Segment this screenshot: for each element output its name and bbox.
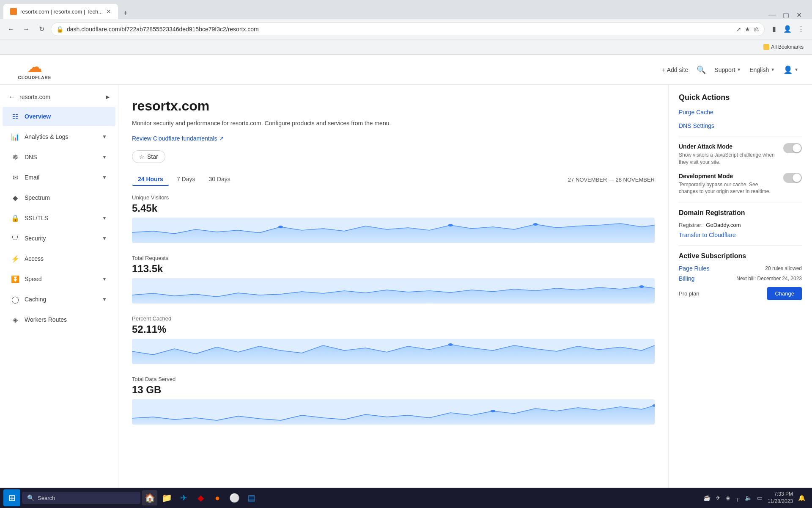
sidebar-item-dns[interactable]: ☸ DNS ▼: [3, 147, 115, 167]
user-profile-button[interactable]: 👤: [782, 23, 793, 35]
cloudflare-logo-text: CLOUDFLARE: [18, 75, 52, 80]
taskbar-date-display: 11/28/2023: [768, 498, 793, 505]
workers-icon: ◈: [11, 315, 19, 324]
page-rules-link[interactable]: Page Rules: [679, 265, 709, 272]
sidebar-item-ssl-tls[interactable]: 🔒 SSL/TLS ▼: [3, 208, 115, 228]
close-window-button[interactable]: ✕: [796, 11, 802, 19]
pro-plan-row: Pro plan Change: [679, 287, 802, 300]
support-chevron-icon: ▼: [737, 67, 741, 72]
time-tab-7days[interactable]: 7 Days: [171, 173, 201, 186]
time-tab-7days-label: 7 Days: [177, 176, 195, 182]
pro-plan-label: Pro plan: [679, 290, 699, 297]
url-text: dash.cloudflare.com/bf722ab72855523346de…: [67, 26, 733, 33]
minimize-button[interactable]: —: [768, 10, 776, 19]
sidebar-item-access[interactable]: ⚡ Access: [3, 249, 115, 268]
under-attack-toggle[interactable]: [783, 143, 802, 153]
taskbar-search[interactable]: 🔍 Search: [22, 492, 140, 504]
external-link-icon: ↗: [219, 135, 224, 142]
sidebar-item-security-label: Security: [25, 235, 97, 242]
total-requests-value: 113.5k: [132, 263, 655, 275]
time-tab-30days[interactable]: 30 Days: [203, 173, 236, 186]
billing-link[interactable]: Billing: [679, 275, 694, 282]
sidebar-item-email[interactable]: ✉ Email ▼: [3, 168, 115, 187]
cloudflare-cloud-icon: ☁: [27, 59, 42, 75]
sidebar-item-caching[interactable]: ◯ Caching ▼: [3, 290, 115, 309]
dev-mode-toggle[interactable]: [783, 173, 802, 183]
tab-favicon: [10, 8, 17, 15]
change-plan-button[interactable]: Change: [767, 287, 802, 300]
review-link[interactable]: Review Cloudflare fundamentals ↗: [132, 135, 224, 142]
start-button[interactable]: ⊞: [3, 489, 20, 506]
sidebar-toggle-button[interactable]: ▮: [768, 23, 780, 35]
unique-visitors-label: Unique Visitors: [132, 194, 655, 201]
dev-mode-title: Development Mode: [679, 173, 776, 179]
taskbar-app-chrome[interactable]: ⚪: [227, 490, 242, 505]
reload-button[interactable]: ↻: [36, 23, 47, 35]
sidebar-item-speed[interactable]: ⏬ Speed ▼: [3, 269, 115, 289]
sidebar-item-spectrum-label: Spectrum: [25, 194, 107, 201]
back-button[interactable]: ←: [5, 23, 17, 35]
purge-cache-link[interactable]: Purge Cache: [679, 109, 802, 116]
lock-icon: 🔒: [11, 214, 19, 222]
percent-cached-chart: [132, 339, 655, 364]
tab-close-button[interactable]: ✕: [106, 8, 111, 15]
total-requests-stat: Total Requests 113.5k: [132, 255, 655, 304]
taskbar-app-telegram[interactable]: ✈: [176, 490, 191, 505]
speed-expand-icon: ▼: [102, 276, 107, 282]
taskbar-notification-icon[interactable]: 🔔: [798, 494, 805, 501]
all-bookmarks-item[interactable]: All Bookmarks: [760, 42, 807, 52]
caching-icon: ◯: [11, 295, 19, 304]
sidebar-item-overview[interactable]: ☷ Overview: [3, 107, 115, 126]
maximize-button[interactable]: ▢: [783, 11, 789, 19]
sidebar-domain-name: resortx.com: [19, 94, 102, 100]
active-tab[interactable]: resortx.com | resortx.com | Tech... ✕: [3, 4, 118, 19]
taskbar-app-5[interactable]: ▤: [244, 490, 259, 505]
total-data-label: Total Data Served: [132, 376, 655, 382]
transfer-to-cloudflare-link[interactable]: Transfer to Cloudflare: [679, 232, 802, 238]
support-label: Support: [714, 66, 735, 73]
address-bar[interactable]: 🔒 dash.cloudflare.com/bf722ab72855523346…: [51, 22, 765, 36]
taskbar-app-4[interactable]: ●: [210, 490, 225, 505]
review-link-text: Review Cloudflare fundamentals: [132, 135, 217, 142]
sidebar-item-spectrum[interactable]: ◆ Spectrum: [3, 188, 115, 207]
sidebar-back-icon: ←: [8, 93, 15, 101]
domain-reg-title: Domain Registration: [679, 209, 802, 217]
speed-icon: ⏬: [11, 275, 19, 283]
sidebar-domain-item[interactable]: ← resortx.com ▶: [0, 88, 118, 106]
taskbar-clock: 7:33 PM 11/28/2023: [768, 491, 793, 505]
user-button[interactable]: 👤 ▼: [783, 65, 798, 75]
total-requests-label: Total Requests: [132, 255, 655, 261]
extension-icon[interactable]: ⚖: [754, 26, 759, 33]
forward-button[interactable]: →: [20, 23, 32, 35]
registrar-label: Registrar:: [679, 222, 702, 228]
sidebar-item-email-label: Email: [25, 174, 97, 181]
taskbar-app-2[interactable]: 📁: [159, 490, 174, 505]
add-site-button[interactable]: + Add site: [662, 66, 688, 73]
sidebar-item-speed-label: Speed: [25, 276, 97, 282]
taskbar-security-icon: ☕: [703, 494, 710, 501]
time-tab-24hours[interactable]: 24 Hours: [132, 173, 169, 186]
dns-settings-link[interactable]: DNS Settings: [679, 122, 802, 129]
cloudflare-logo[interactable]: ☁ CLOUDFLARE: [14, 59, 56, 80]
support-button[interactable]: Support ▼: [714, 66, 741, 73]
taskbar-app-3[interactable]: ◆: [193, 490, 208, 505]
registrar-value: GoDaddy.com: [706, 222, 741, 228]
bookmark-icon[interactable]: ★: [745, 26, 750, 33]
sidebar-item-analytics-logs[interactable]: 📊 Analytics & Logs ▼: [3, 127, 115, 146]
taskbar-app-1[interactable]: 🏠: [142, 490, 157, 505]
star-button[interactable]: ☆ Star: [132, 150, 165, 163]
new-tab-button[interactable]: +: [120, 7, 132, 19]
menu-button[interactable]: ⋮: [795, 23, 807, 35]
taskbar-search-placeholder: Search: [38, 495, 55, 501]
language-chevron-icon: ▼: [771, 67, 775, 72]
sidebar-item-security[interactable]: 🛡 Security ▼: [3, 229, 115, 248]
sidebar-item-workers-routes[interactable]: ◈ Workers Routes: [3, 310, 115, 329]
language-button[interactable]: English ▼: [749, 66, 775, 73]
svg-point-2: [533, 223, 538, 226]
taskbar-search-icon: 🔍: [27, 494, 34, 501]
taskbar-time-display: 7:33 PM: [768, 491, 793, 498]
svg-point-3: [639, 285, 644, 288]
total-data-value: 13 GB: [132, 384, 655, 396]
active-subscriptions-section: Active Subscriptions Page Rules 20 rules…: [679, 252, 802, 300]
search-button[interactable]: 🔍: [697, 65, 706, 75]
